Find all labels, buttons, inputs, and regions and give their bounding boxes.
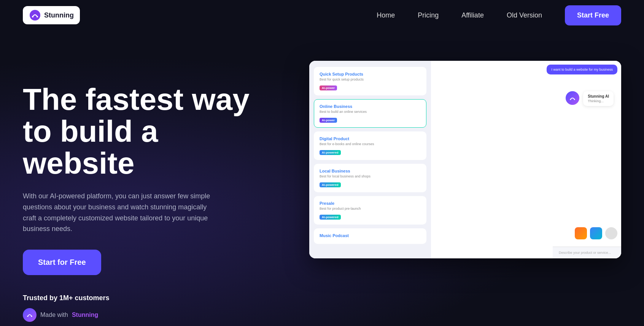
- sidebar-item-desc-4: Best for product pre-launch: [320, 207, 421, 210]
- sidebar-item-title-5: Music Podcast: [320, 233, 421, 238]
- mockup-input-area: Describe your product or service...: [553, 247, 621, 258]
- mockup-main: I want to build a website for my busines…: [431, 61, 621, 258]
- nav-pricing[interactable]: Pricing: [418, 11, 439, 19]
- mockup-bottom-icons: [575, 227, 617, 239]
- trust-section: Trusted by 1M+ customers Made with Stunn…: [23, 294, 270, 322]
- logo-icon: [29, 9, 41, 21]
- sidebar-item-desc-1: Best to build an online services: [320, 110, 421, 114]
- sidebar-item-badge-3: Ai-powered: [320, 182, 341, 187]
- made-with-text: Made with: [40, 312, 68, 318]
- sidebar-item-3[interactable]: Local Business Best for local business a…: [314, 164, 426, 192]
- sidebar-item-desc-0: Best for quick setup products: [320, 78, 421, 81]
- ai-chat-bubble: Stunning AI Thinking...: [566, 91, 614, 106]
- sidebar-item-desc-3: Best for local business and shops: [320, 174, 421, 178]
- nav-links: Home Pricing Affiliate Old Version: [377, 11, 542, 19]
- hero-left: The fastest way to build a website With …: [23, 53, 270, 322]
- sidebar-item-title-3: Local Business: [320, 169, 421, 173]
- mockup-blue-icon: [590, 227, 602, 239]
- hero-description: With our AI-powered platform, you can ju…: [23, 191, 221, 234]
- sidebar-item-title-4: Presale: [320, 201, 421, 206]
- mockup-orange-icon: [575, 227, 587, 239]
- sidebar-item-badge-2: Ai-powered: [320, 150, 341, 155]
- sidebar-item-badge-1: Ai-power: [320, 118, 337, 123]
- svg-point-4: [31, 316, 32, 317]
- sidebar-item-0[interactable]: Quick Setup Products Best for quick setu…: [314, 67, 426, 95]
- mockup-input-placeholder[interactable]: Describe your product or service...: [559, 251, 611, 255]
- made-with-brand: Stunning: [72, 312, 98, 318]
- made-with-logo-icon: [23, 308, 37, 322]
- mockup-sidebar: Quick Setup Products Best for quick setu…: [309, 61, 431, 258]
- hero-section: The fastest way to build a website With …: [0, 30, 644, 326]
- user-chat-bubble: I want to build a website for my busines…: [547, 65, 617, 74]
- navbar-start-free-button[interactable]: Start Free: [565, 5, 621, 25]
- sidebar-item-badge-4: Ai-powered: [320, 215, 341, 220]
- sidebar-item-badge-0: Ai-power: [320, 85, 337, 90]
- ai-message-box: Stunning AI Thinking...: [583, 91, 614, 106]
- logo-text: Stunning: [44, 11, 74, 19]
- sidebar-item-title-1: Online Business: [320, 104, 421, 109]
- ai-thinking-text: Thinking...: [588, 99, 609, 103]
- svg-point-6: [574, 99, 575, 100]
- svg-point-2: [37, 16, 38, 17]
- app-mockup: Quick Setup Products Best for quick setu…: [309, 61, 621, 258]
- trust-text: Trusted by 1M+ customers: [23, 294, 270, 302]
- sidebar-item-title-2: Digital Product: [320, 136, 421, 141]
- logo[interactable]: Stunning: [23, 6, 80, 24]
- sidebar-item-2[interactable]: Digital Product Best for e-books and onl…: [314, 131, 426, 160]
- sidebar-item-title-0: Quick Setup Products: [320, 72, 421, 76]
- svg-point-5: [570, 99, 571, 100]
- hero-cta-button[interactable]: Start for Free: [23, 250, 101, 275]
- svg-point-3: [27, 316, 28, 317]
- ai-name: Stunning AI: [588, 94, 609, 98]
- sidebar-item-4[interactable]: Presale Best for product pre-launch Ai-p…: [314, 196, 426, 225]
- svg-point-1: [32, 16, 33, 17]
- mockup-circle-icon: [605, 227, 617, 239]
- made-with: Made with Stunning: [23, 308, 270, 322]
- sidebar-item-desc-2: Best for e-books and online courses: [320, 142, 421, 146]
- ai-avatar-icon: [566, 91, 579, 105]
- navbar: Stunning Home Pricing Affiliate Old Vers…: [0, 0, 644, 30]
- sidebar-item-5[interactable]: Music Podcast: [314, 228, 426, 244]
- nav-home[interactable]: Home: [377, 11, 395, 19]
- hero-title: The fastest way to build a website: [23, 84, 270, 179]
- sidebar-item-1[interactable]: Online Business Best to build an online …: [314, 99, 426, 128]
- nav-old-version[interactable]: Old Version: [507, 11, 542, 19]
- nav-affiliate[interactable]: Affiliate: [461, 11, 484, 19]
- hero-right: Quick Setup Products Best for quick setu…: [270, 53, 621, 258]
